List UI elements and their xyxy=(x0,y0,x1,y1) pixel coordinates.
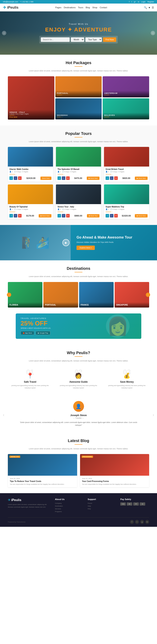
footer-link-company[interactable]: Company xyxy=(55,502,84,504)
package-card-amsterdam[interactable]: AMSTERDAM ★★★★☆ xyxy=(103,76,149,97)
footer-link-faq[interactable]: FAQ xyxy=(88,508,117,510)
social-tw[interactable]: t xyxy=(132,1,132,3)
top-bar-left: info@example.com + 1 62 561 1 589 xyxy=(3,1,33,3)
tour-fb-button[interactable]: f xyxy=(62,176,65,180)
nav-pages[interactable]: Pages xyxy=(55,6,61,9)
destinations-next-button[interactable]: › xyxy=(146,292,150,297)
package-card-portugal[interactable]: PORTUGAL ★★★★☆ xyxy=(55,76,102,97)
promo-person: 👩 xyxy=(98,314,137,339)
tour-fav-button[interactable]: ♥ xyxy=(66,214,70,218)
footer-gp-icon[interactable]: g xyxy=(140,520,144,524)
package-card-shanghai[interactable]: SHANGHAI ★★★☆☆ xyxy=(55,98,102,119)
nav-tours[interactable]: Tours xyxy=(78,6,83,9)
pkg-name: PORTUGAL xyxy=(57,92,100,94)
play-button[interactable]: ▶ xyxy=(62,239,69,246)
blog-tag: SAVING TIPS xyxy=(9,456,20,458)
google-play-button[interactable]: ▶ Google Play xyxy=(36,331,50,335)
destinations-subtitle: Lorem ipsum dolor sit amet, consectetuer… xyxy=(8,275,149,278)
type-select[interactable]: Tour Type xyxy=(85,37,102,42)
login-link[interactable]: Login xyxy=(141,1,146,3)
tour-fb-button[interactable]: f xyxy=(110,214,113,218)
hero-prev-button[interactable]: ‹ xyxy=(2,31,6,35)
tour-share-button[interactable]: ⤢ xyxy=(9,176,13,180)
month-select[interactable]: Month xyxy=(71,37,84,42)
tour-fb-button[interactable]: f xyxy=(14,214,17,218)
nav-contact[interactable]: Contact xyxy=(100,6,107,9)
register-link[interactable]: Register xyxy=(147,1,154,3)
pkg-price: Price $240 xyxy=(9,116,53,118)
tour-body: The Splendor Of Manali 👤 2🕐 5 Days / 6 N… xyxy=(56,166,101,182)
destination-florida[interactable]: FLORIDA xyxy=(8,282,42,308)
menu-icon[interactable]: ☰ xyxy=(152,6,154,9)
tour-share-button[interactable]: ⤢ xyxy=(57,214,61,218)
title-divider xyxy=(75,137,82,138)
tour-fav-button[interactable]: ♥ xyxy=(114,176,118,180)
social-in[interactable]: in xyxy=(138,1,139,3)
book-now-button[interactable]: ▶ Book Now xyxy=(39,214,51,218)
tour-share-button[interactable]: ⤢ xyxy=(9,214,13,218)
tour-fb-button[interactable]: f xyxy=(62,214,65,218)
footer-fb-icon[interactable]: f xyxy=(130,520,134,524)
blog-post-1[interactable]: SAVING TIPS June 20, 2018 Tips To Reduce… xyxy=(8,454,77,487)
book-now-button[interactable]: ▶ Book Now xyxy=(135,176,148,180)
tour-name: Great Britain Travel xyxy=(106,168,148,170)
footer-link-forum[interactable]: Forum xyxy=(88,502,117,504)
tour-name: Super Maldives Trip xyxy=(106,206,148,208)
tour-fav-button[interactable]: ♥ xyxy=(66,176,70,180)
blog-post-title: Tips To Reduce Your Travel Costs xyxy=(10,480,75,482)
top-bar-right[interactable]: f t g+ in Login Register xyxy=(129,1,154,3)
book-now-button[interactable]: ▶ Book Now xyxy=(87,176,100,180)
testimonial-prev-button[interactable]: ‹ xyxy=(3,412,4,417)
blog-post-2[interactable]: PROCESSING June 22, 2018 Your Card Proce… xyxy=(80,454,149,487)
footer-link-destination[interactable]: Destination xyxy=(55,505,84,507)
hero-next-button[interactable]: › xyxy=(151,31,155,35)
social-fb[interactable]: f xyxy=(129,1,130,3)
hot-packages-subtitle: Lorem ipsum dolor sit amet, consectetuer… xyxy=(8,70,149,72)
package-card-maldives[interactable]: MALDIVES ★★★★☆ xyxy=(103,98,149,119)
footer-link-programs[interactable]: Programs xyxy=(55,511,84,512)
search-input[interactable] xyxy=(41,37,70,42)
why-awesome-guide: 02 🧑 Awesome Guide printing and typesett… xyxy=(56,366,101,391)
destination-singapore[interactable]: SINGAPORE xyxy=(115,282,149,308)
nav-shop[interactable]: Shop xyxy=(92,6,97,9)
tour-body: Beauty Of Tajmahal 👤 2🕐 5 Days / 6 Night… xyxy=(8,204,53,219)
find-now-button[interactable]: Find Now xyxy=(103,37,116,42)
nav-destinations[interactable]: Destinations xyxy=(64,6,76,9)
footer-tw-icon[interactable]: t xyxy=(135,520,139,524)
destinations-carousel: ‹ FLORIDA PORTUGAL FRANCE SINGAPORE xyxy=(8,282,149,308)
blog-body: June 20, 2018 Tips To Reduce Your Travel… xyxy=(8,476,77,487)
footer-about-col: About Us Company Destination Services Pr… xyxy=(55,498,84,514)
package-card-venice[interactable]: VENICE · ITALY 2 Adults 1 Kid | 3 Days 2… xyxy=(8,76,54,120)
tour-share-button[interactable]: ⤢ xyxy=(106,176,109,180)
tour-fb-button[interactable]: f xyxy=(110,176,113,180)
nav-blog[interactable]: Blog xyxy=(86,6,90,9)
tour-fav-button[interactable]: ♥ xyxy=(18,214,21,218)
tour-image xyxy=(8,147,53,166)
footer-link-help[interactable]: Help xyxy=(88,505,117,507)
destination-portugal[interactable]: PORTUGAL xyxy=(43,282,78,308)
tour-fav-button[interactable]: ♥ xyxy=(18,176,21,180)
book-now-button[interactable]: Book Now xyxy=(40,176,51,180)
footer-link-services[interactable]: Services xyxy=(55,508,84,510)
tour-fb-button[interactable]: f xyxy=(14,176,17,180)
tour-icons: ⤢ f ♥ xyxy=(9,176,21,180)
social-gp[interactable]: g+ xyxy=(134,1,136,3)
book-now-button[interactable]: ▶ Book Tour xyxy=(87,214,100,218)
tour-fav-button[interactable]: ♥ xyxy=(114,214,118,218)
pkg-name: MALDIVES xyxy=(104,114,148,116)
email: info@example.com xyxy=(3,1,18,3)
tour-share-button[interactable]: ⤢ xyxy=(57,176,61,180)
book-now-button[interactable]: ▶ Book Now xyxy=(135,214,148,218)
destinations-prev-button[interactable]: ‹ xyxy=(7,292,11,297)
explore-more-button[interactable]: Explore More > xyxy=(77,246,95,250)
testimonial-next-button[interactable]: › xyxy=(153,412,154,417)
promo-discount: 25% OFF xyxy=(21,320,51,326)
search-icon[interactable]: 🔍 xyxy=(144,6,147,9)
dest-overlay: FRANCE xyxy=(79,302,114,308)
destination-france[interactable]: FRANCE xyxy=(79,282,114,308)
tour-share-button[interactable]: ⤢ xyxy=(106,214,109,218)
app-store-button[interactable]: 🍎 App Store xyxy=(21,331,34,335)
wishlist-icon[interactable]: ♥ xyxy=(149,6,150,9)
footer-in-icon[interactable]: in xyxy=(145,520,149,524)
logo[interactable]: ✈ iPeulis xyxy=(3,5,18,10)
